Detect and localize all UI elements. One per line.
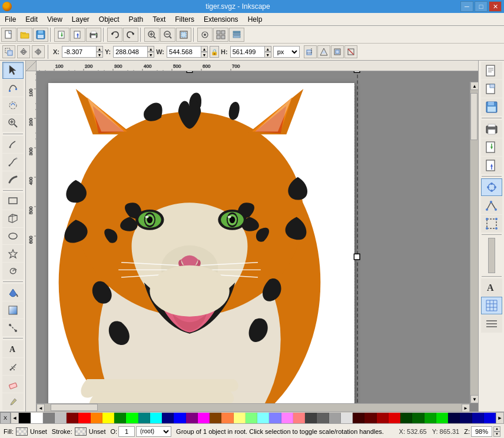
palette-none-swatch[interactable]: X [0, 412, 11, 424]
vscroll-track[interactable] [470, 90, 478, 395]
transform-btn1[interactable] [304, 45, 317, 58]
tool-fill[interactable] [2, 284, 24, 301]
vertical-scrollbar[interactable]: ▲ ▼ [470, 82, 478, 403]
stroke-swatch[interactable] [75, 427, 87, 436]
color-swatch[interactable] [329, 413, 341, 423]
snap-toggle[interactable] [197, 28, 213, 42]
tool-tweak[interactable] [2, 97, 24, 114]
color-swatch[interactable] [234, 413, 246, 423]
color-swatch[interactable] [389, 413, 400, 423]
color-swatch[interactable] [364, 413, 376, 423]
rpanel-snap-paths[interactable] [481, 197, 502, 214]
vscroll-thumb[interactable] [470, 93, 478, 140]
x-input[interactable] [62, 46, 97, 58]
maximize-button[interactable]: □ [475, 1, 488, 12]
tool-eraser[interactable] [2, 376, 24, 393]
redo-button[interactable] [123, 28, 138, 42]
layer-toggle[interactable] [229, 28, 244, 42]
color-swatch[interactable] [55, 413, 67, 423]
color-swatch[interactable] [198, 413, 210, 423]
color-swatch[interactable] [114, 413, 126, 423]
zoom-input[interactable] [471, 426, 492, 437]
fill-swatch[interactable] [16, 427, 28, 436]
export-button[interactable] [70, 28, 85, 42]
hscroll-thumb[interactable] [51, 404, 98, 411]
tool-gradient[interactable] [2, 301, 24, 318]
color-swatch[interactable] [91, 413, 102, 423]
color-swatch[interactable] [186, 413, 198, 423]
menu-view[interactable]: View [42, 14, 67, 25]
color-swatch[interactable] [150, 413, 162, 423]
color-swatch[interactable] [257, 413, 269, 423]
y-input[interactable] [113, 46, 148, 58]
color-swatch[interactable] [377, 413, 389, 423]
rpanel-document-props[interactable] [481, 62, 502, 79]
color-swatch[interactable] [269, 413, 281, 423]
tool-pencil[interactable] [2, 136, 24, 153]
canvas-area[interactable]: 100 200 300 400 500 600 700 [26, 61, 478, 412]
transform-btn3[interactable] [331, 45, 344, 58]
w-input[interactable] [167, 46, 202, 58]
color-swatch[interactable] [484, 413, 496, 423]
color-swatch[interactable] [353, 413, 364, 423]
undo-button[interactable] [107, 28, 122, 42]
tool-pen[interactable] [2, 154, 24, 171]
color-swatch[interactable] [281, 413, 293, 423]
print-button[interactable] [86, 28, 101, 42]
tool-rect[interactable] [2, 193, 24, 210]
hscroll-left-button[interactable]: ◄ [37, 404, 45, 412]
new-button[interactable] [1, 28, 16, 42]
color-swatch[interactable] [78, 413, 90, 423]
tool-connector[interactable] [2, 319, 24, 336]
lock-aspect-button[interactable]: 🔒 [210, 46, 219, 58]
rpanel-text-tool[interactable]: A [481, 278, 502, 296]
color-swatch[interactable] [67, 413, 78, 423]
menu-filters[interactable]: Filters [170, 14, 199, 25]
color-swatch[interactable] [472, 413, 484, 423]
zoom-out-button[interactable] [160, 28, 175, 42]
rpanel-snap-bbox[interactable] [481, 215, 502, 233]
menu-file[interactable]: File [0, 14, 21, 25]
opacity-input[interactable] [118, 426, 135, 437]
menu-extensions[interactable]: Extensions [199, 14, 243, 25]
vscroll-down-button[interactable]: ▼ [470, 395, 478, 403]
h-spinner[interactable]: ▲▼ [264, 46, 271, 58]
color-swatch[interactable] [317, 413, 329, 423]
y-spinner[interactable]: ▲▼ [147, 46, 154, 58]
color-swatch[interactable] [400, 413, 412, 423]
unit-select[interactable]: px mm cm in pt [273, 46, 300, 58]
x-spinner[interactable]: ▲▼ [96, 46, 103, 58]
rpanel-export[interactable] [481, 157, 502, 174]
menu-help[interactable]: Help [243, 14, 267, 25]
color-swatch[interactable] [210, 413, 221, 423]
color-swatch[interactable] [412, 413, 424, 423]
color-swatch[interactable] [305, 413, 317, 423]
rpanel-lines[interactable] [481, 315, 502, 333]
color-swatch[interactable] [293, 413, 305, 423]
tool-spray[interactable] [2, 358, 24, 375]
zoom-fit-button[interactable] [176, 28, 191, 42]
tool-dropper[interactable] [2, 393, 24, 410]
color-swatch[interactable] [246, 413, 257, 423]
view-toggle[interactable] [213, 28, 228, 42]
color-swatch[interactable] [31, 413, 42, 423]
color-swatch[interactable] [460, 413, 472, 423]
palette-right-button[interactable]: ► [496, 412, 504, 424]
zoom-in-button[interactable] [144, 28, 160, 42]
rpanel-snap-nodes[interactable] [481, 178, 502, 196]
tool-select[interactable] [2, 62, 24, 79]
h-input[interactable] [230, 46, 266, 58]
rpanel-print[interactable] [481, 120, 502, 138]
flip-v-icon[interactable] [32, 45, 45, 58]
import-button[interactable] [54, 28, 69, 42]
rpanel-grid[interactable] [481, 297, 502, 314]
w-spinner[interactable]: ▲▼ [201, 46, 208, 58]
transform-btn4[interactable] [344, 45, 357, 58]
close-button[interactable]: ✕ [489, 1, 502, 12]
menu-layer[interactable]: Layer [67, 14, 94, 25]
vscroll-up-button[interactable]: ▲ [470, 82, 478, 90]
color-swatch[interactable] [162, 413, 174, 423]
tool-calligraphy[interactable] [2, 171, 24, 188]
tool-node[interactable] [2, 79, 24, 97]
rpanel-import[interactable] [481, 138, 502, 156]
